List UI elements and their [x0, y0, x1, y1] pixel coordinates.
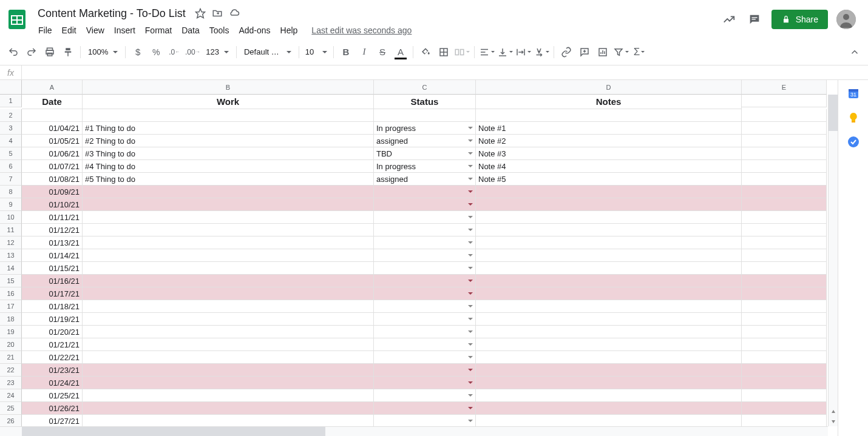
functions-icon[interactable]: Σ [631, 44, 648, 61]
cell[interactable]: assigned [374, 135, 476, 147]
dropdown-arrow-icon[interactable] [468, 280, 473, 282]
document-title[interactable]: Content Marketing - To-Do List [34, 6, 189, 21]
dropdown-arrow-icon[interactable] [468, 254, 473, 257]
dropdown-arrow-icon[interactable] [468, 394, 473, 397]
dropdown-arrow-icon[interactable] [468, 190, 473, 193]
more-formats-dropdown[interactable]: 123 [202, 44, 232, 61]
cell[interactable] [374, 377, 476, 389]
cell[interactable] [83, 364, 374, 377]
cell[interactable] [742, 186, 827, 198]
cell[interactable] [742, 109, 827, 122]
cell[interactable]: 01/05/21 [22, 135, 83, 147]
cell[interactable] [742, 338, 827, 351]
dropdown-arrow-icon[interactable] [468, 241, 473, 244]
dropdown-arrow-icon[interactable] [468, 330, 473, 333]
row-header[interactable]: 16 [0, 287, 22, 300]
vertical-align-icon[interactable] [497, 44, 514, 61]
dropdown-arrow-icon[interactable] [468, 420, 473, 422]
cell[interactable]: 01/17/21 [22, 287, 83, 300]
italic-icon[interactable]: I [356, 44, 373, 61]
text-wrap-icon[interactable] [515, 44, 532, 61]
cell[interactable]: In progress [374, 160, 476, 173]
cell[interactable]: Note #1 [476, 122, 742, 135]
comments-icon[interactable] [746, 11, 763, 28]
cell[interactable] [742, 262, 827, 275]
filter-icon[interactable] [612, 44, 629, 61]
cell[interactable] [374, 287, 476, 300]
row-header[interactable]: 8 [0, 186, 22, 198]
text-color-icon[interactable]: A [392, 44, 409, 61]
cell[interactable]: 01/23/21 [22, 364, 83, 377]
cell[interactable] [476, 300, 742, 313]
tasks-addon-icon[interactable] [847, 136, 860, 148]
cell[interactable] [742, 160, 827, 173]
menu-tools[interactable]: Tools [205, 23, 234, 38]
sheets-logo[interactable] [5, 7, 29, 32]
col-header-E[interactable]: E [742, 80, 827, 95]
cell[interactable] [374, 313, 476, 326]
row-header[interactable]: 26 [0, 415, 22, 428]
dropdown-arrow-icon[interactable] [468, 407, 473, 409]
cell[interactable] [476, 351, 742, 364]
cell[interactable]: 01/09/21 [22, 186, 83, 198]
strikethrough-icon[interactable]: S [374, 44, 391, 61]
row-header[interactable]: 13 [0, 249, 22, 262]
cell[interactable] [742, 236, 827, 249]
keep-addon-icon[interactable] [847, 112, 860, 124]
dropdown-arrow-icon[interactable] [468, 139, 473, 142]
cell[interactable] [83, 389, 374, 402]
cell[interactable] [22, 109, 83, 122]
cell[interactable] [374, 275, 476, 287]
move-folder-icon[interactable] [211, 7, 223, 19]
cell[interactable] [476, 415, 742, 428]
cell[interactable] [476, 326, 742, 338]
cell[interactable] [374, 338, 476, 351]
cell[interactable] [742, 147, 827, 160]
cell[interactable] [742, 402, 827, 415]
cell[interactable] [83, 287, 374, 300]
borders-icon[interactable] [435, 44, 452, 61]
cell[interactable] [742, 364, 827, 377]
cell[interactable]: 01/06/21 [22, 147, 83, 160]
percent-icon[interactable]: % [147, 44, 164, 61]
dropdown-arrow-icon[interactable] [468, 343, 473, 346]
undo-icon[interactable] [5, 44, 22, 61]
row-header[interactable]: 22 [0, 364, 22, 377]
cell[interactable] [742, 135, 827, 147]
row-header[interactable]: 15 [0, 275, 22, 287]
cell[interactable] [476, 211, 742, 224]
row-header[interactable]: 19 [0, 326, 22, 338]
fill-color-icon[interactable] [417, 44, 434, 61]
cell[interactable] [742, 415, 827, 428]
redo-icon[interactable] [23, 44, 40, 61]
currency-icon[interactable]: $ [129, 44, 146, 61]
dropdown-arrow-icon[interactable] [468, 381, 473, 384]
account-avatar[interactable] [836, 10, 856, 29]
col-header-A[interactable]: A [22, 80, 83, 95]
cell[interactable]: 01/22/21 [22, 351, 83, 364]
cell[interactable] [742, 95, 827, 107]
cell[interactable] [83, 326, 374, 338]
dropdown-arrow-icon[interactable] [468, 165, 473, 167]
collapse-toolbar-icon[interactable] [846, 44, 863, 61]
cell[interactable]: 01/20/21 [22, 326, 83, 338]
menu-data[interactable]: Data [177, 23, 204, 38]
select-all-corner[interactable] [0, 80, 22, 95]
cell[interactable] [374, 415, 476, 428]
cell[interactable] [374, 109, 476, 122]
paint-format-icon[interactable] [59, 44, 76, 61]
cell[interactable]: #3 Thing to do [83, 147, 374, 160]
cell[interactable]: 01/16/21 [22, 275, 83, 287]
decrease-decimal-icon[interactable]: .0← [166, 44, 183, 61]
cell[interactable] [83, 351, 374, 364]
menu-format[interactable]: Format [141, 23, 176, 38]
row-header[interactable]: 18 [0, 313, 22, 326]
cell[interactable] [83, 186, 374, 198]
cell[interactable] [374, 389, 476, 402]
cell[interactable] [476, 198, 742, 211]
cell[interactable] [374, 351, 476, 364]
cell[interactable]: 01/24/21 [22, 377, 83, 389]
row-header[interactable]: 11 [0, 224, 22, 236]
cell[interactable] [742, 326, 827, 338]
merge-cells-icon[interactable] [453, 44, 470, 61]
